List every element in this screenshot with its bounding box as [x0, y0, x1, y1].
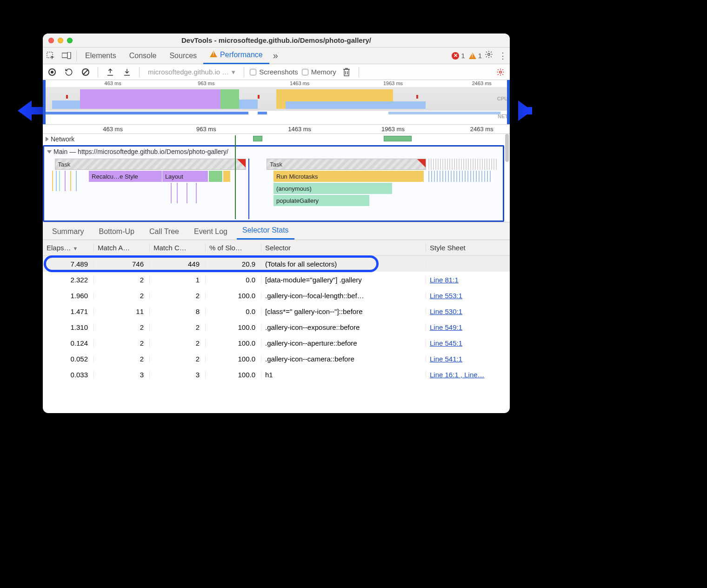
settings-icon[interactable] — [482, 50, 496, 61]
event-populate-gallery[interactable]: populateGallery — [273, 195, 369, 206]
overview-handle-left[interactable] — [43, 80, 46, 124]
tab-event-log[interactable]: Event Log — [188, 224, 233, 240]
more-tabs-button[interactable]: » — [269, 50, 282, 61]
table-row[interactable]: 0.05222100.0.gallery-icon--camera::befor… — [43, 351, 510, 367]
table-cell: 3 — [150, 371, 206, 379]
col-match-attempts[interactable]: Match A… — [94, 244, 150, 252]
stylesheet-link[interactable]: Line 530:1 — [430, 307, 462, 315]
table-cell: .gallery-icon--aperture::before — [261, 339, 426, 347]
stylesheet-link[interactable]: Line 81:1 — [430, 276, 459, 284]
stylesheet-link[interactable]: Line 16:1 , Line… — [430, 371, 485, 379]
table-row[interactable]: 1.96022100.0.gallery-icon--focal-length:… — [43, 287, 510, 303]
tab-console[interactable]: Console — [123, 47, 163, 64]
flame-ruler: 463 ms 963 ms 1463 ms 1963 ms 2463 ms — [43, 125, 510, 134]
inspect-icon[interactable] — [43, 47, 59, 64]
table-cell: 2 — [150, 292, 206, 300]
table-row[interactable]: 0.12422100.0.gallery-icon--aperture::bef… — [43, 335, 510, 351]
upload-icon[interactable] — [104, 66, 117, 79]
event[interactable] — [223, 171, 230, 182]
event-recalc-style[interactable]: Recalcu…e Style — [89, 171, 162, 182]
event-anonymous[interactable]: (anonymous) — [273, 183, 392, 194]
divider — [244, 67, 244, 77]
network-track-header[interactable]: Network — [43, 134, 510, 144]
device-toggle-icon[interactable] — [59, 47, 74, 64]
table-cell[interactable]: Line 81:1 — [426, 276, 510, 284]
table-cell: 1.960 — [43, 292, 94, 300]
download-icon[interactable] — [120, 66, 133, 79]
warning-icon — [469, 53, 476, 59]
reload-record-button[interactable] — [62, 66, 75, 79]
overview-timeline[interactable]: 463 ms 963 ms 1463 ms 1963 ms 2463 ms CP… — [43, 80, 510, 125]
stylesheet-link[interactable]: Line 545:1 — [430, 339, 462, 347]
table-cell: 0.0 — [206, 307, 261, 315]
table-row[interactable]: 1.31022100.0.gallery-icon--exposure::bef… — [43, 319, 510, 335]
tab-performance-label: Performance — [220, 51, 263, 59]
collect-garbage-icon[interactable] — [340, 66, 353, 79]
tab-bottom-up[interactable]: Bottom-Up — [93, 224, 140, 240]
main-track-header[interactable]: Main — https://microsoftedge.github.io/D… — [44, 147, 503, 157]
more-menu-icon[interactable]: ⋮ — [496, 51, 510, 61]
event-layout[interactable]: Layout — [162, 171, 208, 182]
tab-sources[interactable]: Sources — [163, 47, 203, 64]
event-stripes — [428, 171, 492, 182]
table-row[interactable]: 2.322210.0[data-module="gallery"] .galle… — [43, 272, 510, 287]
table-cell: 2 — [94, 276, 150, 284]
table-cell: 2 — [150, 323, 206, 331]
overview-handle-right[interactable] — [507, 80, 510, 124]
table-cell[interactable]: Line 545:1 — [426, 339, 510, 347]
svg-rect-2 — [67, 52, 71, 59]
tab-performance[interactable]: Performance — [203, 47, 269, 64]
col-selector[interactable]: Selector — [261, 244, 426, 252]
sort-desc-icon: ▼ — [73, 246, 78, 251]
table-cell: 100.0 — [206, 371, 261, 379]
network-chart — [43, 111, 510, 115]
table-cell[interactable]: Line 16:1 , Line… — [426, 371, 510, 379]
tab-elements[interactable]: Elements — [79, 47, 123, 64]
clear-button[interactable] — [79, 66, 92, 79]
status-badges[interactable]: ✕ 1 1 — [452, 52, 482, 60]
tab-call-tree[interactable]: Call Tree — [144, 224, 185, 240]
performance-toolbar: microsoftedge.github.io … ▾ Screenshots … — [43, 64, 510, 80]
col-elapsed[interactable]: Elaps…▼ — [43, 244, 94, 252]
col-style-sheet[interactable]: Style Sheet — [426, 244, 510, 252]
zoom-icon[interactable] — [67, 38, 73, 43]
table-row[interactable]: 7.48974644920.9(Totals for all selectors… — [43, 256, 510, 272]
minimize-icon[interactable] — [58, 38, 63, 43]
checkbox-box — [302, 69, 308, 75]
table-cell: 100.0 — [206, 339, 261, 347]
table-cell: .gallery-icon--focal-length::bef… — [261, 292, 426, 300]
table-cell: 11 — [94, 307, 150, 315]
svg-rect-8 — [344, 69, 349, 76]
close-icon[interactable] — [48, 38, 54, 43]
tab-selector-stats[interactable]: Selector Stats — [237, 222, 294, 240]
record-button[interactable] — [46, 66, 59, 79]
table-cell[interactable]: Line 541:1 — [426, 355, 510, 363]
flame-events[interactable]: Task Recalcu…e Style Layout Task Run Mic… — [46, 159, 501, 219]
error-count: 1 — [461, 52, 465, 60]
table-cell[interactable]: Line 549:1 — [426, 323, 510, 331]
col-pct-slow[interactable]: % of Slo… — [206, 244, 261, 252]
chevron-down-icon: ▾ — [232, 68, 235, 76]
detail-tabs: Summary Bottom-Up Call Tree Event Log Se… — [43, 222, 510, 240]
capture-settings-icon[interactable] — [494, 66, 507, 79]
memory-label: Memory — [311, 68, 336, 76]
stylesheet-link[interactable]: Line 553:1 — [430, 292, 462, 300]
table-row[interactable]: 1.4711180.0[class*=" gallery-icon--"]::b… — [43, 303, 510, 319]
table-cell: 0.124 — [43, 339, 94, 347]
screenshots-checkbox[interactable]: Screenshots — [250, 68, 298, 76]
recording-url-label: microsoftedge.github.io … — [148, 68, 229, 76]
scrollbar-thumb[interactable] — [505, 134, 509, 162]
recording-dropdown[interactable]: microsoftedge.github.io … ▾ — [145, 68, 238, 76]
flame-chart[interactable]: Network Main — https://microsoftedge.git… — [43, 134, 510, 222]
table-cell[interactable]: Line 553:1 — [426, 292, 510, 300]
stylesheet-link[interactable]: Line 541:1 — [430, 355, 462, 363]
warning-icon — [210, 51, 217, 59]
memory-checkbox[interactable]: Memory — [302, 68, 336, 76]
tab-summary[interactable]: Summary — [47, 224, 89, 240]
event-run-microtasks[interactable]: Run Microtasks — [273, 171, 424, 182]
stylesheet-link[interactable]: Line 549:1 — [430, 323, 462, 331]
table-row[interactable]: 0.03333100.0h1Line 16:1 , Line… — [43, 367, 510, 382]
event[interactable] — [209, 171, 222, 182]
table-cell[interactable]: Line 530:1 — [426, 307, 510, 315]
col-match-count[interactable]: Match C… — [150, 244, 206, 252]
